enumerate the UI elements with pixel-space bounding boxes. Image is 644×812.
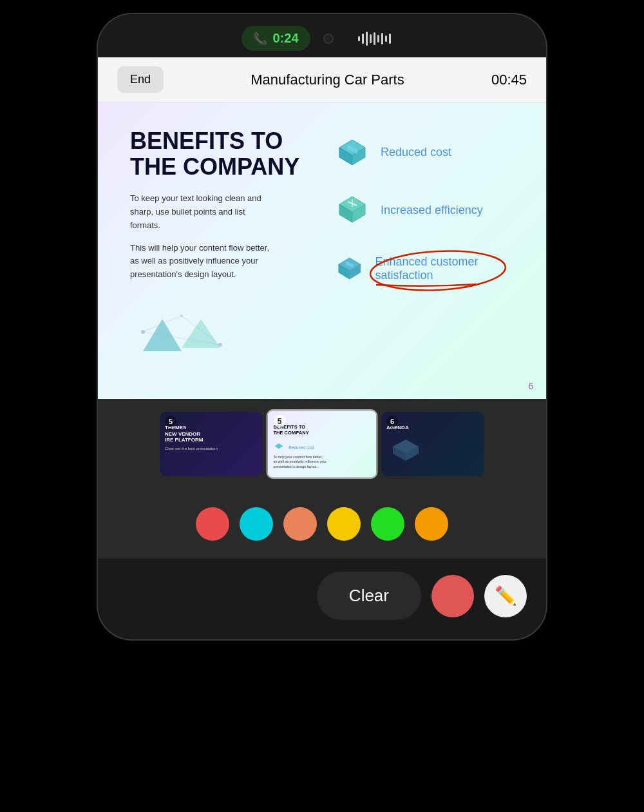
wave-bar-9: [389, 34, 391, 44]
slide-area: BENEFITS TO THE COMPANY To keep your tex…: [98, 102, 546, 399]
pen-icon: ✏️: [495, 585, 517, 606]
benefit-item-3: Enhanced customer satisfaction: [335, 251, 514, 286]
underline-annotation: [375, 282, 478, 287]
svg-marker-22: [275, 443, 283, 449]
benefit-text-3: Enhanced customer satisfaction: [375, 255, 478, 282]
waveform-indicator: [346, 26, 402, 51]
benefit-text-1: Reduced cost: [381, 146, 451, 159]
thumbnail-3[interactable]: 6 AGENDA: [381, 412, 484, 476]
thumb-agenda-svg: [386, 436, 425, 462]
decorative-triangles-svg: [124, 306, 240, 371]
slide-number: 6: [528, 381, 533, 391]
color-dot-orange[interactable]: [415, 507, 448, 541]
benefit-item-1: Reduced cost: [335, 135, 514, 170]
call-pill: 📞 0:24: [242, 26, 310, 51]
slide-left: BENEFITS TO THE COMPANY To keep your tex…: [130, 128, 309, 291]
thumb-num-1: 5: [165, 416, 176, 427]
wave-bar-5: [374, 32, 375, 45]
color-dot-green[interactable]: [371, 507, 404, 541]
active-color-dot[interactable]: [431, 575, 474, 617]
thumb-icon: [273, 442, 284, 453]
color-dot-yellow[interactable]: [327, 507, 361, 541]
thumb-num-2: 5: [273, 415, 285, 427]
timer-display: 00:45: [491, 72, 527, 88]
slide-content: BENEFITS TO THE COMPANY To keep your tex…: [130, 128, 514, 291]
slide-desc-1: To keep your text looking clean and shar…: [130, 192, 272, 232]
slide-right: Reduced cost Increased efficiency: [335, 128, 514, 291]
pen-button[interactable]: ✏️: [484, 575, 527, 617]
color-picker-container: [98, 489, 546, 559]
thumbnail-strip: 5 THEMESNEW VENDORIRE PLATFORM Clear set…: [98, 399, 546, 489]
wave-bar-8: [385, 35, 387, 42]
color-picker-popup: [180, 496, 464, 552]
thumb-mini-1: Clear set the best presentation: [160, 446, 263, 451]
wave-bar-1: [358, 36, 360, 41]
slide-decoration: [124, 306, 240, 373]
color-dot-orange-red[interactable]: [283, 507, 317, 541]
end-button[interactable]: End: [117, 66, 164, 93]
top-bar: End Manufacturing Car Parts 00:45: [98, 57, 546, 102]
status-bar: 📞 0:24: [98, 14, 546, 57]
bottom-toolbar: Clear ✏️: [98, 559, 546, 639]
color-dot-cyan[interactable]: [240, 507, 273, 541]
increased-efficiency-icon: [335, 193, 370, 228]
clear-button[interactable]: Clear: [317, 572, 421, 620]
highlighted-benefit-wrapper: Enhanced customer satisfaction: [375, 255, 514, 282]
thumb-num-3: 6: [386, 416, 398, 427]
thumb-benefit-label: Reduced cost: [289, 445, 314, 449]
wave-bar-3: [366, 32, 368, 46]
camera-notch: [323, 34, 334, 44]
thumb-desc: To help your content flow better,as well…: [268, 453, 376, 470]
phone-icon: 📞: [253, 32, 267, 46]
thumbnail-1[interactable]: 5 THEMESNEW VENDORIRE PLATFORM Clear set…: [160, 412, 263, 476]
slide-heading: BENEFITS TO THE COMPANY: [130, 128, 309, 179]
thumb-title-1: THEMESNEW VENDORIRE PLATFORM: [160, 412, 263, 446]
wave-bar-7: [381, 33, 383, 44]
enhanced-satisfaction-icon: [335, 251, 365, 286]
call-time: 0:24: [272, 31, 298, 46]
slide-desc-2: This will help your content flow better,…: [130, 242, 272, 282]
slide-title: Manufacturing Car Parts: [251, 72, 404, 88]
phone-container: 📞 0:24 End Manufacturing Car Parts 00:45: [97, 13, 547, 641]
wave-bar-6: [377, 35, 379, 43]
wave-bar-4: [370, 34, 372, 43]
benefit-text-2: Increased efficiency: [381, 204, 483, 217]
wave-bar-2: [362, 34, 364, 44]
phone-frame: 📞 0:24 End Manufacturing Car Parts 00:45: [97, 13, 547, 641]
color-dot-red[interactable]: [196, 507, 229, 541]
thumbnail-2[interactable]: 5 BENEFITS TOTHE COMPANY Reduced cost To…: [267, 409, 378, 479]
benefit-item-2: Increased efficiency: [335, 193, 514, 228]
reduced-cost-icon: [335, 135, 370, 170]
